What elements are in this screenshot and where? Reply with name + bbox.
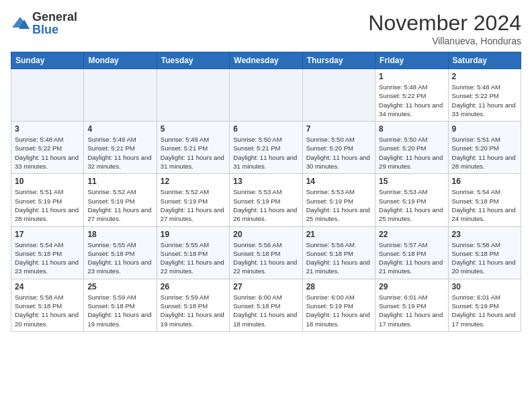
calendar-week-row: 17Sunrise: 5:54 AM Sunset: 5:18 PM Dayli… (11, 226, 521, 279)
calendar-day-cell: 12Sunrise: 5:52 AM Sunset: 5:19 PM Dayli… (157, 174, 229, 226)
day-info: Sunrise: 5:56 AM Sunset: 5:18 PM Dayligh… (306, 240, 371, 276)
calendar-day-cell: 1Sunrise: 5:48 AM Sunset: 5:22 PM Daylig… (375, 69, 448, 122)
day-number: 29 (379, 282, 444, 291)
day-info: Sunrise: 5:52 AM Sunset: 5:19 PM Dayligh… (87, 187, 152, 223)
day-info: Sunrise: 5:52 AM Sunset: 5:19 PM Dayligh… (161, 187, 226, 223)
page-header: General Blue November 2024 Villanueva, H… (11, 11, 521, 46)
day-info: Sunrise: 5:59 AM Sunset: 5:18 PM Dayligh… (161, 293, 226, 328)
calendar-day-cell: 10Sunrise: 5:51 AM Sunset: 5:19 PM Dayli… (11, 174, 84, 226)
day-number: 24 (15, 282, 80, 291)
day-info: Sunrise: 5:51 AM Sunset: 5:19 PM Dayligh… (15, 187, 80, 223)
calendar-day-cell: 30Sunrise: 6:01 AM Sunset: 5:19 PM Dayli… (448, 279, 521, 331)
calendar-day-cell: 9Sunrise: 5:51 AM Sunset: 5:20 PM Daylig… (448, 122, 521, 174)
calendar-week-row: 24Sunrise: 5:58 AM Sunset: 5:18 PM Dayli… (11, 279, 521, 331)
day-number: 20 (233, 230, 298, 239)
day-number: 13 (233, 177, 298, 186)
day-info: Sunrise: 6:00 AM Sunset: 5:19 PM Dayligh… (306, 293, 371, 328)
day-info: Sunrise: 5:48 AM Sunset: 5:22 PM Dayligh… (15, 135, 80, 171)
calendar-day-cell: 3Sunrise: 5:48 AM Sunset: 5:22 PM Daylig… (11, 122, 84, 174)
day-info: Sunrise: 5:50 AM Sunset: 5:20 PM Dayligh… (306, 135, 371, 171)
day-info: Sunrise: 5:48 AM Sunset: 5:22 PM Dayligh… (452, 83, 517, 118)
calendar-day-cell (302, 69, 375, 122)
calendar-day-cell: 2Sunrise: 5:48 AM Sunset: 5:22 PM Daylig… (448, 69, 521, 122)
day-number: 10 (15, 177, 80, 186)
calendar-day-cell (11, 69, 84, 122)
calendar-day-cell: 25Sunrise: 5:59 AM Sunset: 5:18 PM Dayli… (84, 279, 157, 331)
logo-blue: Blue (32, 23, 58, 36)
calendar-day-cell: 4Sunrise: 5:49 AM Sunset: 5:21 PM Daylig… (84, 122, 157, 174)
calendar-week-row: 1Sunrise: 5:48 AM Sunset: 5:22 PM Daylig… (11, 69, 521, 122)
title-area: November 2024 Villanueva, Honduras (368, 11, 521, 46)
day-info: Sunrise: 5:54 AM Sunset: 5:18 PM Dayligh… (452, 187, 517, 223)
day-number: 17 (15, 230, 80, 239)
calendar-day-cell: 6Sunrise: 5:50 AM Sunset: 5:21 PM Daylig… (230, 122, 302, 174)
calendar-week-row: 10Sunrise: 5:51 AM Sunset: 5:19 PM Dayli… (11, 174, 521, 226)
day-info: Sunrise: 5:48 AM Sunset: 5:22 PM Dayligh… (379, 83, 444, 118)
day-info: Sunrise: 5:58 AM Sunset: 5:18 PM Dayligh… (452, 240, 517, 276)
day-number: 19 (161, 230, 226, 239)
calendar-day-cell: 16Sunrise: 5:54 AM Sunset: 5:18 PM Dayli… (448, 174, 521, 226)
day-number: 26 (161, 282, 226, 291)
day-info: Sunrise: 5:50 AM Sunset: 5:20 PM Dayligh… (379, 135, 444, 171)
day-number: 1 (379, 72, 444, 81)
day-number: 8 (379, 124, 444, 134)
calendar-day-cell: 29Sunrise: 6:01 AM Sunset: 5:19 PM Dayli… (375, 279, 448, 331)
calendar-day-cell: 14Sunrise: 5:53 AM Sunset: 5:19 PM Dayli… (302, 174, 375, 226)
weekday-header: Sunday (11, 52, 84, 69)
weekday-header: Saturday (448, 52, 521, 69)
day-info: Sunrise: 5:53 AM Sunset: 5:19 PM Dayligh… (306, 187, 371, 223)
calendar-day-cell: 8Sunrise: 5:50 AM Sunset: 5:20 PM Daylig… (375, 122, 448, 174)
calendar-day-cell: 20Sunrise: 5:56 AM Sunset: 5:18 PM Dayli… (230, 226, 302, 279)
calendar-day-cell: 13Sunrise: 5:53 AM Sunset: 5:19 PM Dayli… (230, 174, 302, 226)
calendar-day-cell: 7Sunrise: 5:50 AM Sunset: 5:20 PM Daylig… (302, 122, 375, 174)
day-number: 23 (452, 230, 517, 239)
day-number: 22 (379, 230, 444, 239)
day-number: 5 (161, 124, 226, 134)
day-number: 14 (306, 177, 371, 186)
day-number: 7 (306, 124, 371, 134)
day-info: Sunrise: 6:01 AM Sunset: 5:19 PM Dayligh… (379, 293, 444, 328)
logo-general: General (32, 10, 77, 24)
day-info: Sunrise: 5:50 AM Sunset: 5:21 PM Dayligh… (233, 135, 298, 171)
weekday-header: Thursday (302, 52, 375, 69)
day-info: Sunrise: 5:58 AM Sunset: 5:18 PM Dayligh… (15, 293, 80, 328)
day-number: 21 (306, 230, 371, 239)
day-number: 12 (161, 177, 226, 186)
day-info: Sunrise: 6:01 AM Sunset: 5:19 PM Dayligh… (452, 293, 517, 328)
day-number: 27 (233, 282, 298, 291)
day-info: Sunrise: 5:57 AM Sunset: 5:18 PM Dayligh… (379, 240, 444, 276)
logo-icon (11, 14, 30, 33)
day-info: Sunrise: 5:55 AM Sunset: 5:18 PM Dayligh… (161, 240, 226, 276)
day-number: 15 (379, 177, 444, 186)
day-number: 18 (87, 230, 152, 239)
day-info: Sunrise: 5:53 AM Sunset: 5:19 PM Dayligh… (233, 187, 298, 223)
day-info: Sunrise: 5:54 AM Sunset: 5:18 PM Dayligh… (15, 240, 80, 276)
calendar-day-cell: 28Sunrise: 6:00 AM Sunset: 5:19 PM Dayli… (302, 279, 375, 331)
calendar-day-cell: 5Sunrise: 5:49 AM Sunset: 5:21 PM Daylig… (157, 122, 229, 174)
day-info: Sunrise: 5:59 AM Sunset: 5:18 PM Dayligh… (87, 293, 152, 328)
calendar-week-row: 3Sunrise: 5:48 AM Sunset: 5:22 PM Daylig… (11, 122, 521, 174)
calendar-day-cell (230, 69, 302, 122)
day-number: 2 (452, 72, 517, 81)
day-info: Sunrise: 5:49 AM Sunset: 5:21 PM Dayligh… (161, 135, 226, 171)
day-info: Sunrise: 5:53 AM Sunset: 5:19 PM Dayligh… (379, 187, 444, 223)
calendar-day-cell: 21Sunrise: 5:56 AM Sunset: 5:18 PM Dayli… (302, 226, 375, 279)
month-title: November 2024 (368, 11, 521, 36)
calendar-day-cell: 27Sunrise: 6:00 AM Sunset: 5:18 PM Dayli… (230, 279, 302, 331)
day-number: 6 (233, 124, 298, 134)
day-number: 11 (87, 177, 152, 186)
calendar-day-cell: 17Sunrise: 5:54 AM Sunset: 5:18 PM Dayli… (11, 226, 84, 279)
day-number: 4 (87, 124, 152, 134)
day-number: 25 (87, 282, 152, 291)
day-info: Sunrise: 5:56 AM Sunset: 5:18 PM Dayligh… (233, 240, 298, 276)
location: Villanueva, Honduras (368, 36, 521, 46)
day-info: Sunrise: 6:00 AM Sunset: 5:18 PM Dayligh… (233, 293, 298, 328)
calendar-day-cell: 26Sunrise: 5:59 AM Sunset: 5:18 PM Dayli… (157, 279, 229, 331)
day-info: Sunrise: 5:51 AM Sunset: 5:20 PM Dayligh… (452, 135, 517, 171)
day-number: 9 (452, 124, 517, 134)
day-info: Sunrise: 5:49 AM Sunset: 5:21 PM Dayligh… (87, 135, 152, 171)
calendar-day-cell: 24Sunrise: 5:58 AM Sunset: 5:18 PM Dayli… (11, 279, 84, 331)
calendar-day-cell: 19Sunrise: 5:55 AM Sunset: 5:18 PM Dayli… (157, 226, 229, 279)
logo: General Blue (11, 11, 77, 36)
calendar-day-cell (157, 69, 229, 122)
